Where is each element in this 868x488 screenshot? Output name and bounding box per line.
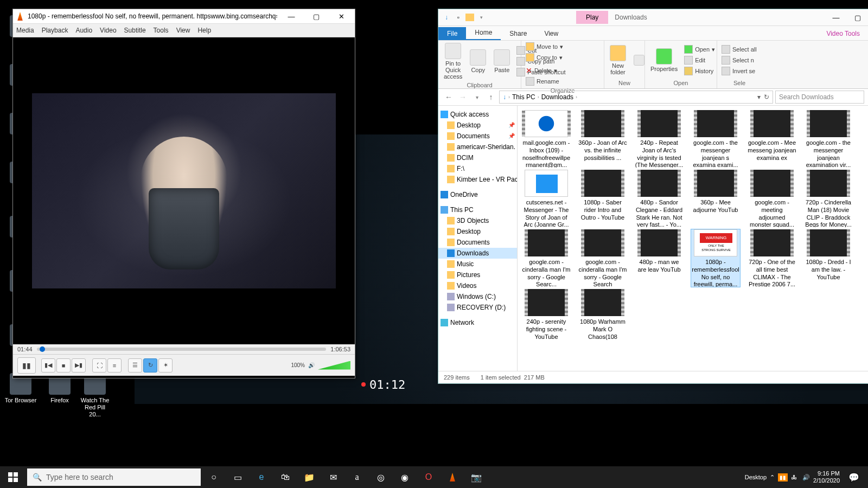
up-button[interactable]: ↑ (485, 91, 497, 103)
file-item[interactable]: 480p - man we are leav YouTub (635, 229, 684, 287)
tab-video-tools[interactable]: Video Tools (818, 27, 868, 40)
tab-home[interactable]: Home (466, 26, 501, 40)
toolbar-desktop[interactable]: Desktop (745, 474, 767, 480)
menu-view[interactable]: View (176, 27, 190, 34)
nav-item[interactable]: Documents📌 (438, 131, 517, 142)
tab-view[interactable]: View (535, 27, 567, 40)
file-item[interactable]: google.com - cinderalla man I'm sorry - … (522, 229, 571, 287)
open-button[interactable]: Open ▾ (683, 44, 716, 54)
nav-item[interactable]: Downloads (438, 248, 517, 259)
playlist-button[interactable]: ☰ (128, 358, 142, 373)
volume-icon[interactable]: 🔊 (802, 474, 810, 481)
tab-file[interactable]: File (438, 27, 466, 40)
taskbar-app-edge[interactable]: e (250, 466, 273, 488)
file-item[interactable]: 360p - Mee adjourne YouTub (691, 170, 740, 227)
menu-tools[interactable]: Tools (154, 27, 169, 34)
taskbar-app-explorer[interactable]: 📁 (297, 466, 321, 488)
invert-selection-button[interactable]: Invert se (720, 66, 758, 76)
nav-item[interactable]: Music (438, 259, 517, 269)
refresh-button[interactable]: ↻ (764, 93, 769, 101)
nav-item[interactable]: Desktop📌 (438, 120, 517, 131)
taskbar-app-opera[interactable]: O (417, 466, 441, 488)
contextual-tab-play[interactable]: Play (576, 11, 608, 24)
taskbar-app-tripadvisor[interactable]: ◎ (369, 466, 393, 488)
minimize-button[interactable]: — (280, 9, 302, 23)
copy-button[interactable]: Copy (468, 48, 488, 74)
menu-help[interactable]: Help (197, 27, 211, 34)
file-item[interactable]: 720p - One of the all time best CLIMAX -… (748, 229, 796, 287)
desktop-icon[interactable]: Watch TheRed Pill 20... (79, 373, 111, 419)
pin-to-quick-access-button[interactable]: Pin to Quick access (442, 42, 464, 81)
copy-to-button[interactable]: Copy to ▾ (525, 53, 564, 62)
nav-item[interactable]: Desktop (438, 226, 517, 237)
vlc-video-area[interactable] (13, 37, 355, 344)
stop-button[interactable]: ■ (56, 358, 71, 373)
file-item[interactable]: mail.google.com - Inbox (109) - noselfno… (522, 110, 571, 168)
cortana-button[interactable]: ○ (202, 466, 226, 488)
file-item[interactable]: 480p - Sandor Clegane - Eddard Stark He … (635, 170, 684, 227)
seek-slider[interactable] (37, 348, 327, 351)
dropdown-icon[interactable]: ▾ (757, 93, 761, 101)
menu-audio[interactable]: Audio (75, 27, 92, 34)
nav-item[interactable]: 3D Objects (438, 215, 517, 226)
back-button[interactable]: ← (443, 91, 455, 103)
tray-app-icon[interactable]: ▮▮ (778, 473, 788, 481)
task-view-button[interactable]: ▭ (226, 466, 250, 488)
paste-button[interactable]: Paste (492, 48, 512, 74)
close-button[interactable]: ✕ (330, 9, 352, 23)
shuffle-button[interactable]: ✶ (158, 358, 173, 373)
menu-subtitle[interactable]: Subtitle (124, 27, 146, 34)
tray-overflow-icon[interactable]: ⌃ (770, 474, 775, 481)
address-bar[interactable]: ↓ › This PC › Downloads › ▾↻ (499, 91, 773, 104)
file-item[interactable]: google.com - Mee messeng joanjean examin… (748, 110, 796, 168)
select-none-button[interactable]: Select n (720, 55, 758, 65)
fullscreen-button[interactable]: ⛶ (92, 358, 106, 373)
nav-item[interactable]: This PC (438, 204, 517, 215)
file-item[interactable]: 720p - Cinderella Man (18) Movie CLIP - … (804, 170, 853, 227)
file-item[interactable]: 240p - Repeat Joan of Arc's virginity is… (635, 110, 684, 168)
new-folder-button[interactable]: New folder (608, 44, 628, 76)
nav-item[interactable]: Quick access (438, 109, 517, 120)
menu-video[interactable]: Video (100, 27, 116, 34)
file-item[interactable]: google.com - meeting adjourned monster s… (748, 170, 796, 227)
properties-button[interactable]: Properties (648, 47, 680, 73)
file-item[interactable]: google.com - the messenger joanjean s ex… (691, 110, 740, 168)
rename-button[interactable]: Rename (525, 76, 560, 86)
edit-button[interactable]: Edit (683, 55, 716, 65)
taskbar-clock[interactable]: 9:16 PM 2/10/2020 (813, 470, 840, 484)
previous-button[interactable]: ▮◀ (41, 358, 55, 373)
file-item[interactable]: 1080p Warhamm Mark O Chaos(108 (578, 289, 627, 341)
nav-item[interactable]: americavr-Sheridan. (438, 142, 517, 152)
volume-slider[interactable] (318, 361, 350, 370)
nav-item[interactable]: RECOVERY (D:) (438, 302, 517, 313)
move-to-button[interactable]: Move to ▾ (525, 42, 564, 52)
taskbar-app-amazon[interactable]: a (345, 466, 369, 488)
play-pause-button[interactable]: ▮▮ (17, 357, 36, 374)
recent-button[interactable]: ▾ (471, 91, 483, 103)
menu-playback[interactable]: Playback (42, 27, 68, 34)
down-arrow-icon[interactable]: ↓ (442, 12, 451, 22)
tab-share[interactable]: Share (501, 27, 535, 40)
new-item-button[interactable] (631, 54, 647, 67)
file-item[interactable]: google.com - the messenger joanjean exam… (804, 110, 853, 168)
start-button[interactable] (0, 466, 26, 488)
breadcrumb[interactable]: Downloads (541, 93, 573, 101)
delete-button[interactable]: ✕Delete ▾ (525, 66, 560, 75)
nav-item[interactable]: Documents (438, 237, 517, 248)
nav-item[interactable]: F:\ (438, 163, 517, 174)
breadcrumb[interactable]: This PC (512, 93, 535, 101)
nav-item[interactable]: Network (438, 317, 517, 328)
taskbar-app-recorder[interactable]: ◉ (393, 466, 417, 488)
history-button[interactable]: History (683, 66, 716, 76)
select-all-button[interactable]: Select all (720, 44, 758, 54)
file-item[interactable]: 240p - serenity fighting scene - YouTube (522, 289, 571, 341)
mute-icon[interactable]: 🔊 (308, 362, 315, 368)
taskbar-app-vlc[interactable] (441, 466, 464, 488)
nav-item[interactable]: Videos (438, 280, 517, 291)
network-icon[interactable]: 🖧 (791, 474, 797, 480)
search-input[interactable]: Search Downloads (775, 91, 864, 104)
taskbar-app-camera[interactable]: 📷 (464, 466, 488, 488)
file-item[interactable]: 1080p - Saber rider Intro and Outro - Yo… (578, 170, 627, 227)
file-item[interactable]: google.com - cinderalla man I'm sorry - … (578, 229, 627, 287)
maximize-button[interactable]: ▢ (305, 9, 327, 23)
